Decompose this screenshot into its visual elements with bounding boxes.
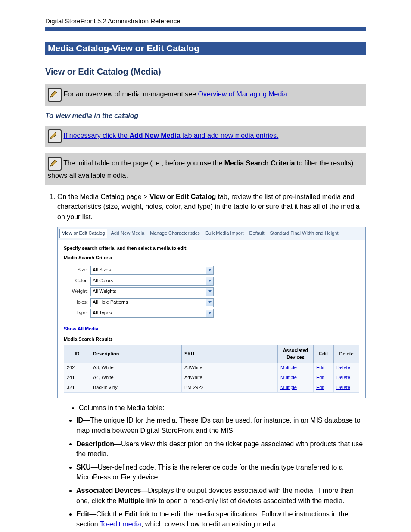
search-instruction: Specify search criteria, and then select… [64, 245, 359, 252]
col-def-associated-devices: Associated Devices—Displays the output d… [76, 485, 366, 505]
chevron-down-icon [206, 310, 213, 317]
col-edit: Edit [314, 345, 334, 363]
label-type: Type: [64, 310, 88, 317]
procedure-heading: To view media in the catalog [45, 112, 366, 120]
label-color: Color: [64, 277, 88, 284]
tab-bulk-media-import[interactable]: Bulk Media Import [203, 229, 246, 238]
label-weight: Weight: [64, 288, 88, 295]
section-heading: View or Edit Catalog (Media) [45, 67, 366, 77]
note-add-new-media: If necessary click the Add New Media tab… [45, 126, 366, 147]
link-edit-media[interactable]: Edit [316, 385, 324, 390]
col-def-id: ID—The unique ID for the media. These ID… [76, 415, 366, 435]
link-overview-managing-media[interactable]: Overview of Managing Media [198, 90, 287, 98]
col-sku: SKU [182, 345, 278, 363]
tab-standard-final-width-height[interactable]: Standard Final Width and Height [268, 229, 341, 238]
col-def-edit: Edit—Click the Edit link to the edit the… [76, 509, 366, 529]
criteria-title: Media Search Criteria [64, 255, 359, 261]
note-initial-table: The initial table on the page (i.e., bef… [45, 153, 366, 185]
col-id: ID [64, 345, 90, 363]
col-def-description: Description—Users view this description … [76, 439, 366, 459]
table-row: 241 A4, White A4White Multiple Edit Dele… [64, 373, 359, 383]
link-delete-media[interactable]: Delete [336, 365, 350, 370]
link-edit-media[interactable]: Edit [316, 375, 324, 380]
link-edit-media[interactable]: Edit [316, 365, 324, 370]
pencil-icon [48, 88, 62, 102]
chevron-down-icon [206, 288, 213, 296]
page-title-bar: Media Catalog-View or Edit Catalog [45, 42, 366, 55]
columns-intro: Columns in the Media table: [79, 403, 366, 413]
select-weight[interactable]: All Weights [90, 287, 214, 296]
link-add-new-media-note[interactable]: If necessary click the Add New Media tab… [63, 132, 278, 139]
media-catalog-screenshot: View or Edit Catalog Add New Media Manag… [57, 227, 366, 398]
select-size[interactable]: All Sizes [90, 266, 214, 275]
doc-header: Digital StoreFront 5.2 Administration Re… [45, 17, 366, 25]
link-associated-devices[interactable]: Multiple [280, 385, 297, 390]
label-size: Size: [64, 267, 88, 274]
select-type[interactable]: All Types [90, 309, 214, 318]
header-rule [45, 27, 366, 31]
note-text: For an overview of media management see [63, 90, 198, 98]
col-def-sku: SKU—User-defined code. This is the refer… [76, 462, 366, 482]
link-associated-devices[interactable]: Multiple [280, 365, 297, 370]
chevron-down-icon [206, 277, 213, 285]
tab-manage-characteristics[interactable]: Manage Characteristics [148, 229, 202, 238]
link-show-all-media[interactable]: Show All Media [64, 326, 98, 333]
col-delete: Delete [334, 345, 359, 363]
tab-strip: View or Edit Catalog Add New Media Manag… [58, 227, 365, 240]
results-title: Media Search Results [64, 336, 359, 343]
link-delete-media[interactable]: Delete [336, 385, 350, 390]
link-associated-devices[interactable]: Multiple [280, 375, 297, 380]
step-1: On the Media Catalog page > View or Edit… [57, 192, 366, 529]
tab-view-or-edit-catalog[interactable]: View or Edit Catalog [59, 229, 107, 238]
chevron-down-icon [206, 299, 213, 306]
col-description: Description [90, 345, 182, 363]
label-holes: Holes: [64, 299, 88, 306]
tab-default[interactable]: Default [247, 229, 267, 238]
col-associated-devices: Associated Devices [278, 345, 314, 363]
tab-add-new-media[interactable]: Add New Media [109, 229, 147, 238]
link-delete-media[interactable]: Delete [336, 375, 350, 380]
table-row: 242 A3, White A3White Multiple Edit Dele… [64, 363, 359, 373]
media-results-table: ID Description SKU Associated Devices Ed… [64, 345, 359, 393]
chevron-down-icon [206, 267, 213, 274]
select-color[interactable]: All Colors [90, 277, 214, 286]
table-row: 321 Backlit Vinyl BM-2922 Multiple Edit … [64, 383, 359, 393]
pencil-icon [48, 129, 62, 143]
pencil-icon [48, 157, 62, 171]
select-holes[interactable]: All Hole Patterns [90, 298, 214, 307]
note-overview: For an overview of media management see … [45, 84, 366, 106]
link-to-edit-media[interactable]: To-edit media [100, 520, 141, 528]
